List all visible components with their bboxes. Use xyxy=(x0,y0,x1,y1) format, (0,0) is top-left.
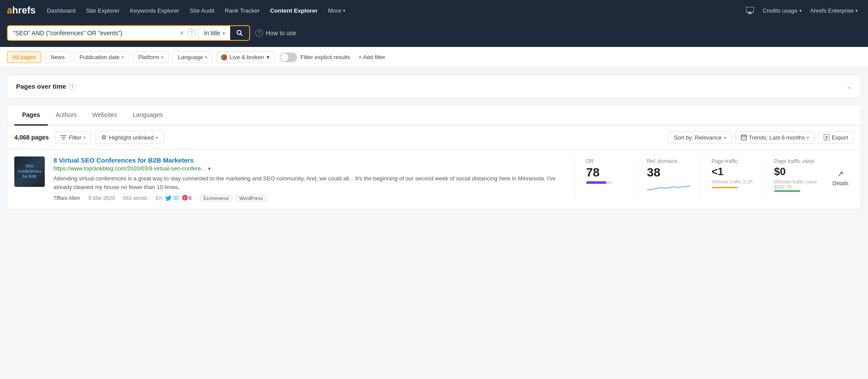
svg-rect-2 xyxy=(748,13,752,14)
trends-button[interactable]: Trends: Last 6 months ▾ xyxy=(735,131,815,144)
logo[interactable]: ahrefs xyxy=(7,5,36,16)
platform-filter[interactable]: Platform ▾ xyxy=(133,51,169,63)
in-title-dropdown[interactable]: In title ▾ xyxy=(199,26,230,40)
tab-websites[interactable]: Websites xyxy=(85,105,125,126)
tag-ecommerce[interactable]: Ecommerce xyxy=(200,195,233,202)
top-navigation: ahrefs Dashboard Site Explorer Keywords … xyxy=(0,0,868,21)
result-pinterest-count: 6 xyxy=(182,195,192,201)
how-to-use-link[interactable]: ? How to use xyxy=(255,29,296,37)
search-button[interactable] xyxy=(230,26,249,40)
tabs-section: Pages Authors Websites Languages 4,068 p… xyxy=(7,105,861,209)
details-button[interactable]: ↗ Details xyxy=(827,156,854,199)
result-url-row: https://www.toprankblog.com/2020/03/8-vi… xyxy=(53,165,567,172)
clear-icon[interactable]: ✕ xyxy=(177,30,187,37)
filter-explicit-label: Filter explicit results xyxy=(300,54,350,60)
svg-rect-12 xyxy=(824,134,829,140)
live-broken-icon xyxy=(221,54,227,60)
url-dropdown-icon[interactable]: ▾ xyxy=(208,166,211,172)
publication-date-filter[interactable]: Publication date ▾ xyxy=(74,51,129,63)
logo-a-letter: a xyxy=(7,5,12,16)
monitor-icon[interactable] xyxy=(743,7,757,14)
page-traffic-value-metric: Page traffic value $0 Website traffic va… xyxy=(763,156,828,199)
dr-metric: DR 78 xyxy=(575,156,636,199)
page-traffic-metric: Page traffic <1 Website traffic 2.2K xyxy=(701,156,763,199)
result-description: Attending virtual conferences is a great… xyxy=(53,174,567,191)
dr-bar xyxy=(586,181,612,184)
tag-wordpress[interactable]: WordPress xyxy=(236,195,266,202)
language-chevron-icon: ▾ xyxy=(205,55,207,60)
enterprise-button[interactable]: Ahrefs Enterprise ▾ xyxy=(807,7,861,14)
result-twitter-count: 30 xyxy=(165,195,178,201)
tab-pages[interactable]: Pages xyxy=(14,105,48,126)
ref-domains-metric: Ref. domains 38 xyxy=(636,156,701,199)
export-button[interactable]: Export xyxy=(818,131,854,144)
details-arrow-icon: ↗ xyxy=(837,169,844,179)
metrics-row: DR 78 Ref. domains 38 Page traffic xyxy=(575,156,854,199)
how-to-use-icon: ? xyxy=(255,29,263,37)
platform-chevron-icon: ▾ xyxy=(161,55,163,60)
highlight-chevron-icon: ▾ xyxy=(156,135,158,140)
language-filter[interactable]: Language ▾ xyxy=(172,51,213,63)
filter-chevron-icon: ▾ xyxy=(83,135,86,140)
news-filter[interactable]: News xyxy=(45,51,70,63)
nav-more[interactable]: More ▾ xyxy=(324,0,350,21)
in-title-chevron-icon: ▾ xyxy=(223,31,225,36)
nav-keywords-explorer[interactable]: Keywords Explorer xyxy=(125,0,183,21)
svg-rect-1 xyxy=(749,13,751,13)
tab-authors[interactable]: Authors xyxy=(48,105,84,126)
tab-languages[interactable]: Languages xyxy=(125,105,171,126)
pages-over-time-title: Pages over time xyxy=(16,83,66,90)
search-help-icon[interactable]: ? xyxy=(187,29,196,37)
live-broken-filter[interactable]: Live & broken ▾ xyxy=(216,51,275,63)
nav-site-audit[interactable]: Site Audit xyxy=(185,0,219,21)
sort-button[interactable]: Sort by: Relevance ▾ xyxy=(668,131,732,144)
publication-date-chevron-icon: ▾ xyxy=(122,55,124,60)
result-url-link[interactable]: https://www.toprankblog.com/2020/03/8-vi… xyxy=(53,165,205,172)
result-date: 8 Mar 2020 xyxy=(89,195,115,201)
filter-icon xyxy=(60,135,66,140)
pages-over-time-chevron-icon[interactable]: ⌄ xyxy=(846,82,852,90)
svg-rect-8 xyxy=(741,135,746,140)
table-controls: 4,068 pages Filter ▾ ⚙ Highlight unlinke… xyxy=(7,126,861,150)
nav-rank-tracker[interactable]: Rank Tracker xyxy=(221,0,264,21)
svg-point-3 xyxy=(237,30,241,34)
result-meta: Tiffani Allen · 8 Mar 2020 · 661 words ·… xyxy=(53,195,567,202)
result-author: Tiffani Allen xyxy=(53,195,80,201)
filter-explicit-toggle[interactable] xyxy=(280,53,297,62)
result-language: En xyxy=(155,195,162,201)
search-box: ✕ ? In title ▾ xyxy=(7,25,250,41)
nav-dashboard[interactable]: Dashboard xyxy=(43,0,80,21)
filter-row: All pages News Publication date ▾ Platfo… xyxy=(0,47,868,68)
highlight-icon: ⚙ xyxy=(101,134,107,141)
nav-site-explorer[interactable]: Site Explorer xyxy=(82,0,124,21)
filter-button[interactable]: Filter ▾ xyxy=(55,131,91,144)
add-filter-button[interactable]: + Add filter xyxy=(353,51,390,63)
right-controls: Sort by: Relevance ▾ Trends: Last 6 mont… xyxy=(668,131,854,144)
search-row: ✕ ? In title ▾ ? How to use xyxy=(0,21,868,47)
svg-rect-0 xyxy=(746,7,754,12)
svg-line-4 xyxy=(241,34,242,36)
filter-explicit-toggle-wrap: Filter explicit results xyxy=(280,53,350,62)
all-pages-filter[interactable]: All pages xyxy=(7,51,41,63)
pages-over-time-help-icon[interactable]: ? xyxy=(69,83,76,90)
credits-usage-button[interactable]: Credits usage ▾ xyxy=(759,7,805,14)
tabs-header: Pages Authors Websites Languages xyxy=(7,105,861,126)
pages-over-time-section[interactable]: Pages over time ? ⌄ xyxy=(7,75,861,98)
result-item: SEOConferencesfor B2B 8 Virtual SEO Conf… xyxy=(7,150,861,209)
nav-right-section: Credits usage ▾ Ahrefs Enterprise ▾ xyxy=(743,7,861,14)
pages-count: 4,068 pages xyxy=(14,134,49,141)
nav-content-explorer[interactable]: Content Explorer xyxy=(266,0,322,21)
highlight-unlinked-button[interactable]: ⚙ Highlight unlinked ▾ xyxy=(96,131,164,144)
enterprise-chevron-icon: ▾ xyxy=(855,8,858,13)
pinterest-icon xyxy=(182,195,188,201)
result-main-content: 8 Virtual SEO Conferences for B2B Market… xyxy=(53,156,567,202)
twitter-icon xyxy=(165,196,172,201)
calendar-icon xyxy=(741,134,747,140)
live-broken-chevron-icon: ▾ xyxy=(267,54,270,60)
export-icon xyxy=(824,134,829,140)
search-input[interactable] xyxy=(8,26,177,40)
result-title-link[interactable]: 8 Virtual SEO Conferences for B2B Market… xyxy=(53,156,567,164)
main-content: Pages over time ? ⌄ Pages Authors Websit… xyxy=(0,68,868,216)
trends-chevron-icon: ▾ xyxy=(807,135,809,140)
result-thumbnail: SEOConferencesfor B2B xyxy=(14,156,45,187)
